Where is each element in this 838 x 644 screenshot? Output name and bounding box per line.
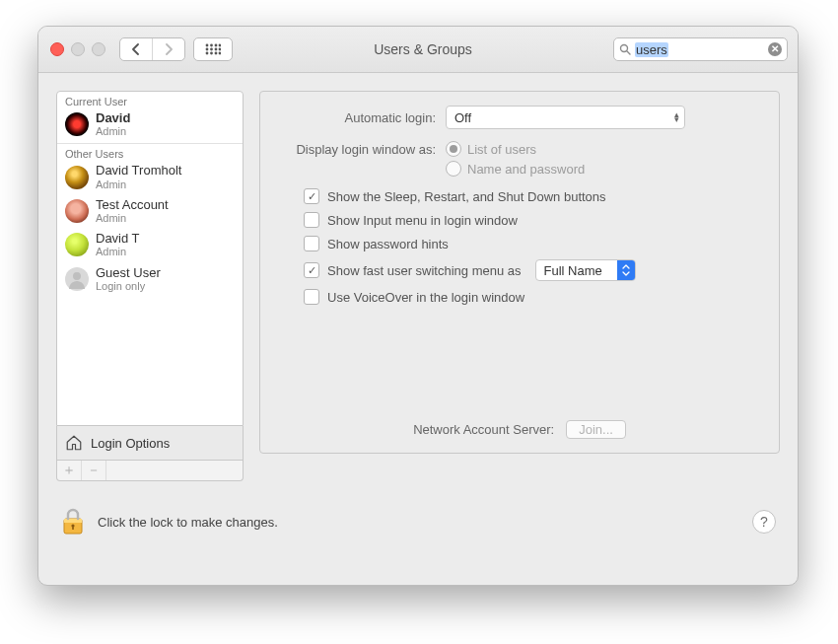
preferences-window: Users & Groups users ✕ Current User Davi… xyxy=(37,26,799,586)
list-item[interactable]: Guest User Login only xyxy=(57,264,243,298)
user-name: Test Account xyxy=(96,198,169,212)
checkbox-show-input-menu[interactable] xyxy=(304,212,319,228)
clear-search-button[interactable]: ✕ xyxy=(768,42,782,56)
login-options-label: Login Options xyxy=(91,436,170,451)
svg-point-6 xyxy=(215,48,218,51)
svg-point-12 xyxy=(621,45,628,52)
svg-point-14 xyxy=(73,272,81,280)
add-remove-bar: ＋ － xyxy=(56,461,244,481)
lock-icon[interactable] xyxy=(60,507,86,537)
user-role: Admin xyxy=(96,212,169,224)
avatar xyxy=(65,112,89,136)
search-input[interactable]: users xyxy=(635,42,668,57)
svg-point-7 xyxy=(219,48,221,51)
user-name: David xyxy=(96,111,130,125)
add-user-button: ＋ xyxy=(57,461,81,480)
svg-rect-18 xyxy=(72,526,74,530)
chevron-up-down-icon: ▴▾ xyxy=(674,112,679,123)
sidebar: Current User David Admin Other Users Dav… xyxy=(56,91,244,481)
checkbox-label: Show password hints xyxy=(327,237,449,251)
svg-point-4 xyxy=(206,48,209,51)
user-name: Guest User xyxy=(96,266,161,280)
radio-icon xyxy=(446,141,461,157)
user-role: Admin xyxy=(96,246,140,257)
chevron-up-down-icon xyxy=(617,260,635,280)
fast-user-switching-value: Full Name xyxy=(544,263,602,278)
radio-name-and-password: Name and password xyxy=(446,161,585,177)
nav-back-forward[interactable] xyxy=(119,37,185,61)
checkbox-label: Show the Sleep, Restart, and Shut Down b… xyxy=(327,189,606,204)
list-item[interactable]: Test Account Admin xyxy=(57,196,243,230)
svg-point-9 xyxy=(210,52,213,55)
checkbox-label: Use VoiceOver in the login window xyxy=(327,290,524,305)
zoom-window-button xyxy=(92,42,105,56)
user-role: Login only xyxy=(96,280,161,292)
traffic-lights xyxy=(50,42,105,56)
checkbox-label: Show fast user switching menu as xyxy=(327,263,522,278)
svg-point-0 xyxy=(206,44,209,47)
house-icon xyxy=(65,434,83,452)
avatar xyxy=(65,267,89,291)
current-user-row[interactable]: David Admin xyxy=(57,109,243,143)
radio-list-of-users: List of users xyxy=(446,141,585,157)
checkbox-show-password-hints[interactable] xyxy=(304,236,319,251)
lock-message: Click the lock to make changes. xyxy=(98,515,278,530)
login-options-row[interactable]: Login Options xyxy=(56,426,244,461)
avatar xyxy=(65,233,89,256)
network-account-server-label: Network Account Server: xyxy=(413,422,554,437)
svg-point-11 xyxy=(219,52,221,55)
settings-panel: Automatic login: Off ▴▾ Display login wi… xyxy=(259,91,780,454)
display-login-window-label: Display login window as: xyxy=(278,141,436,157)
help-button[interactable]: ? xyxy=(752,510,776,534)
window-title: Users & Groups xyxy=(241,41,605,57)
svg-point-5 xyxy=(210,48,213,51)
minimize-window-button xyxy=(71,42,85,56)
svg-point-8 xyxy=(206,52,209,55)
fast-user-switching-select[interactable]: Full Name xyxy=(535,259,636,281)
radio-icon xyxy=(446,161,461,177)
close-window-button[interactable] xyxy=(50,42,64,56)
sidebar-section-current: Current User xyxy=(57,92,243,109)
checkbox-label: Show Input menu in login window xyxy=(327,213,518,228)
forward-button xyxy=(152,38,184,60)
list-item[interactable]: David T Admin xyxy=(57,230,243,263)
footer: Click the lock to make changes. ? xyxy=(38,493,798,548)
svg-point-10 xyxy=(215,52,218,55)
sidebar-section-other: Other Users xyxy=(57,144,243,162)
checkbox-show-sleep-restart[interactable] xyxy=(304,188,319,204)
automatic-login-select[interactable]: Off ▴▾ xyxy=(446,106,685,129)
user-list: Current User David Admin Other Users Dav… xyxy=(56,91,244,426)
show-all-preferences-button[interactable] xyxy=(193,37,233,61)
user-name: David Tromholt xyxy=(96,164,181,178)
remove-user-button: － xyxy=(81,461,106,480)
automatic-login-value: Off xyxy=(454,110,471,125)
avatar xyxy=(65,199,89,223)
user-role: Admin xyxy=(96,125,130,137)
network-account-server-row: Network Account Server: Join... xyxy=(260,420,779,439)
titlebar: Users & Groups users ✕ xyxy=(38,27,798,73)
search-field[interactable]: users ✕ xyxy=(613,37,788,61)
svg-line-13 xyxy=(627,51,630,54)
list-item[interactable]: David Tromholt Admin xyxy=(57,162,243,195)
join-button: Join... xyxy=(566,420,626,439)
svg-point-2 xyxy=(215,44,218,47)
user-name: David T xyxy=(96,232,140,246)
svg-point-1 xyxy=(210,44,213,47)
content-area: Current User David Admin Other Users Dav… xyxy=(38,73,798,493)
svg-rect-16 xyxy=(64,519,82,523)
user-role: Admin xyxy=(96,179,181,190)
avatar xyxy=(65,166,89,189)
svg-point-3 xyxy=(219,44,221,47)
search-icon xyxy=(619,43,631,55)
back-button[interactable] xyxy=(120,38,152,60)
checkbox-voiceover[interactable] xyxy=(304,289,319,305)
checkbox-fast-user-switching[interactable] xyxy=(304,262,319,278)
automatic-login-label: Automatic login: xyxy=(278,110,436,125)
